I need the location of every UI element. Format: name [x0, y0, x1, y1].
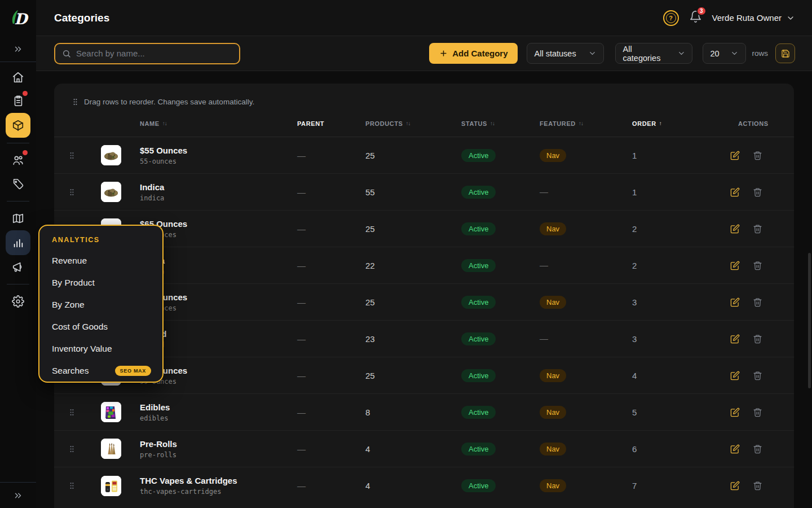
edit-category-button[interactable]: [730, 151, 740, 160]
status-badge: Active: [461, 259, 496, 272]
status-cell: Active: [461, 222, 540, 235]
sidebar-item-tags[interactable]: [6, 172, 30, 196]
help-button[interactable]: ?: [663, 10, 679, 26]
page-scrollbar[interactable]: [808, 253, 811, 388]
app-root: D Categories ? 3: [0, 0, 812, 508]
column-label: FEATURED: [540, 120, 576, 127]
order-value: 1: [632, 151, 730, 160]
row-drag-handle[interactable]: [68, 188, 101, 196]
leaf-logo-icon: D: [7, 7, 29, 29]
row-drag-handle[interactable]: [68, 445, 101, 453]
table-row[interactable]: $65 Ounces65-ounces—25ActiveNav2: [54, 211, 794, 247]
search-icon: [62, 49, 71, 58]
edit-icon: [730, 444, 740, 454]
add-category-button[interactable]: Add Category: [429, 43, 518, 64]
edit-category-button[interactable]: [730, 261, 740, 270]
edit-category-button[interactable]: [730, 481, 740, 491]
delete-category-button[interactable]: [753, 151, 762, 160]
edit-category-button[interactable]: [730, 334, 740, 344]
category-name: $65 Ounces: [140, 219, 297, 229]
sidebar-item-analytics[interactable]: [6, 230, 30, 255]
category-thumbnail: [101, 182, 121, 202]
featured-cell: Nav: [540, 222, 632, 235]
sidebar-item-orders[interactable]: [6, 89, 30, 113]
delete-category-button[interactable]: [753, 371, 762, 380]
category-name: Indica: [140, 182, 297, 192]
column-header-status[interactable]: STATUS↑↓: [461, 120, 540, 127]
actions-cell: [730, 151, 780, 160]
edit-category-button[interactable]: [730, 297, 740, 307]
featured-nav-badge: Nav: [540, 479, 566, 492]
table-row[interactable]: Sativasativa—22Active—2: [54, 247, 794, 284]
category-name: Edibles: [140, 402, 297, 413]
delete-category-button[interactable]: [753, 481, 762, 491]
edit-category-button[interactable]: [730, 444, 740, 454]
column-header-order[interactable]: ORDER↑: [632, 120, 730, 127]
category-filter-value: All categories: [623, 45, 671, 63]
sidebar-collapse-button[interactable]: [0, 36, 36, 62]
edit-icon: [730, 224, 740, 234]
sidebar-item-products[interactable]: [6, 113, 30, 138]
products-count: 55: [365, 187, 461, 197]
row-drag-handle[interactable]: [68, 481, 101, 490]
category-thumbnail: [101, 476, 121, 496]
sidebar-item-marketing[interactable]: [6, 255, 30, 279]
flyout-item-by-product[interactable]: By Product: [51, 271, 151, 294]
table-row[interactable]: $80 Ounces80-ounces—25ActiveNav3: [54, 284, 794, 321]
featured-cell: Nav: [540, 479, 632, 492]
edit-category-button[interactable]: [730, 187, 740, 197]
sidebar-item-customers[interactable]: [6, 148, 30, 172]
sidebar-bottom-collapse-button[interactable]: [0, 482, 36, 508]
products-count: 4: [365, 444, 461, 454]
flyout-item-inventory-value[interactable]: Inventory Value: [51, 338, 151, 360]
rows-per-page-select[interactable]: 20: [703, 43, 746, 64]
edit-category-button[interactable]: [730, 224, 740, 234]
category-slug: edibles: [140, 414, 297, 422]
flyout-item-revenue[interactable]: Revenue: [51, 249, 151, 271]
flyout-item-cost-of-goods[interactable]: Cost of Goods: [51, 316, 151, 338]
table-row[interactable]: Hybridhybrid—23Active—3: [54, 321, 794, 357]
search-input[interactable]: [76, 49, 232, 58]
table-row[interactable]: THC Vapes & Cartridgesthc-vapes-cartridg…: [54, 467, 794, 504]
flyout-item-searches[interactable]: SearchesSEO MAX: [51, 360, 151, 382]
featured-cell: Nav: [540, 406, 632, 419]
account-menu[interactable]: Verde Ruta Owner: [712, 13, 795, 23]
save-view-button[interactable]: [775, 43, 795, 63]
status-badge: Active: [461, 332, 496, 345]
row-drag-handle[interactable]: [68, 408, 101, 417]
delete-category-button[interactable]: [753, 408, 762, 417]
delete-category-button[interactable]: [753, 444, 762, 454]
table-row[interactable]: Ediblesedibles—8ActiveNav5: [54, 394, 794, 431]
notifications-button[interactable]: 3: [689, 10, 702, 25]
rows-per-page-value: 20: [710, 49, 719, 58]
status-filter-select[interactable]: All statuses: [527, 43, 604, 64]
delete-category-button[interactable]: [753, 187, 762, 197]
floppy-save-icon: [781, 49, 790, 58]
table-row[interactable]: $99 Ounces99-ounces—25ActiveNav4: [54, 357, 794, 394]
column-header-products[interactable]: PRODUCTS↑↓: [365, 120, 461, 127]
table-row[interactable]: Pre-Rollspre-rolls—4ActiveNav6: [54, 431, 794, 467]
table-row[interactable]: Indicaindica—55Active—1: [54, 174, 794, 211]
parent-cell: —: [297, 187, 365, 197]
edit-category-button[interactable]: [730, 408, 740, 417]
actions-cell: [730, 334, 780, 344]
brand-logo[interactable]: D: [0, 0, 36, 36]
category-slug: indica: [140, 194, 297, 202]
edit-category-button[interactable]: [730, 371, 740, 380]
flyout-item-by-zone[interactable]: By Zone: [51, 294, 151, 316]
delete-category-button[interactable]: [753, 334, 762, 344]
delete-category-button[interactable]: [753, 224, 762, 234]
featured-nav-badge: Nav: [540, 369, 566, 382]
sidebar-item-zones[interactable]: [6, 207, 30, 230]
row-drag-handle[interactable]: [68, 151, 101, 160]
category-thumbnail: [101, 439, 121, 459]
column-header-featured[interactable]: FEATURED↑↓: [540, 120, 632, 127]
delete-category-button[interactable]: [753, 261, 762, 270]
sidebar-item-home[interactable]: [6, 65, 30, 89]
table-row[interactable]: $55 Ounces55-ounces—25ActiveNav1: [54, 137, 794, 174]
category-filter-select[interactable]: All categories: [615, 43, 692, 64]
column-header-name[interactable]: NAME↑↓: [140, 120, 297, 127]
delete-category-button[interactable]: [753, 297, 762, 307]
sidebar-item-settings[interactable]: [6, 290, 30, 313]
featured-nav-badge: Nav: [540, 149, 566, 162]
